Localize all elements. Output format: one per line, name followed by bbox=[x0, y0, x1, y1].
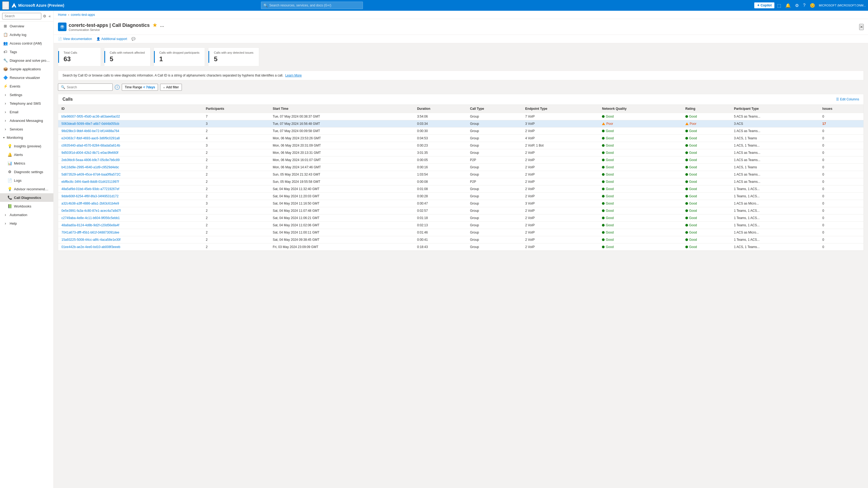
sidebar-item-alerts[interactable]: 🔔 Alerts bbox=[0, 150, 53, 159]
call-id-link[interactable]: 9d503f1d-d004-42b2-8b71-e0ac9fe660f bbox=[61, 151, 118, 154]
edit-columns-button[interactable]: ☰ Edit Columns bbox=[836, 97, 859, 101]
call-id-link[interactable]: 7041a673-dfff-45b1-b61f-048873091dee bbox=[61, 231, 119, 234]
table-row[interactable]: 5063dea8-5099-48e7-a6b7-0d44b055cb 3 Tue… bbox=[58, 120, 863, 127]
table-row[interactable]: 7041a673-dfff-45b1-b61f-048873091dee 2 S… bbox=[58, 229, 863, 236]
hamburger-menu[interactable]: ☰ bbox=[2, 1, 9, 10]
sidebar-item-activity-log[interactable]: 📋 Activity log bbox=[0, 30, 53, 39]
nav-icon-settings[interactable]: ⚙ bbox=[794, 1, 800, 10]
sidebar-item-workbooks[interactable]: 📗 Workbooks bbox=[0, 202, 53, 210]
sidebar-item-overview[interactable]: ⊞ Overview bbox=[0, 22, 53, 30]
global-search[interactable]: 🔍 bbox=[261, 2, 363, 9]
table-row[interactable]: 0e5e3991-fa3a-4c80-87e1-acec4a7a9d7f 2 S… bbox=[58, 207, 863, 214]
close-button[interactable]: ✕ bbox=[859, 24, 864, 30]
cell-id[interactable]: c2749aba-4e8e-4c11-b604-9f056c5ebb1 bbox=[58, 214, 203, 222]
call-id-link[interactable]: 48a8ad0a-8124-4d8b-9d2f-c20d56e8a4f bbox=[61, 223, 119, 227]
table-row[interactable]: b5e96007-5f05-45d0-ac36-a63aee6ac02 7 Tu… bbox=[58, 113, 863, 120]
nav-icon-help[interactable]: ? bbox=[802, 1, 807, 9]
additional-support-button[interactable]: 👤 Additional support bbox=[96, 37, 127, 41]
call-id-link[interactable]: e24363c7-fbbf-4693-aac6-3d6f9c0291a8 bbox=[61, 136, 120, 140]
table-row[interactable]: 48a5af9d-01bd-45eb-93dc-a77219267ef 2 Sa… bbox=[58, 185, 863, 193]
more-options[interactable]: … bbox=[160, 23, 164, 28]
sidebar-item-insights[interactable]: 💡 Insights (preview) bbox=[0, 142, 53, 150]
cell-id[interactable]: 9dde606f-6254-4f6f-8fa3-34f49531d172 bbox=[58, 193, 203, 200]
table-row[interactable]: ebffbc8c-34f4-4ae8-8dd8-01d41511997f 2 S… bbox=[58, 178, 863, 185]
cell-id[interactable]: ebffbc8c-34f4-4ae8-8dd8-01d41511997f bbox=[58, 178, 203, 185]
sidebar-item-email[interactable]: › Email bbox=[0, 108, 53, 116]
cell-id[interactable]: 5063dea8-5099-48e7-a6b7-0d44b055cb bbox=[58, 120, 203, 127]
table-row[interactable]: e24363c7-fbbf-4693-aac6-3d6f9c0291a8 4 M… bbox=[58, 135, 863, 142]
table-row[interactable]: 9dde606f-6254-4f6f-8fa3-34f49531d172 2 S… bbox=[58, 193, 863, 200]
sidebar-item-diagnostic-settings[interactable]: ⚙ Diagnostic settings bbox=[0, 168, 53, 176]
cell-id[interactable]: 7041a673-dfff-45b1-b61f-048873091dee bbox=[58, 229, 203, 236]
call-id-link[interactable]: b4116d9e-2995-4640-a1d9-c9529d4ebc bbox=[61, 165, 119, 169]
sidebar-item-advanced-messaging[interactable]: › Advanced Messaging bbox=[0, 116, 53, 125]
monitoring-group-header[interactable]: ▾ Monitoring bbox=[0, 134, 53, 142]
add-filter-button[interactable]: ⬦ Add filter bbox=[160, 84, 182, 91]
table-row[interactable]: c0635440-afad-4570-8284-68ada0a614b 3 Mo… bbox=[58, 142, 863, 149]
learn-more-link[interactable]: Learn More bbox=[285, 74, 302, 77]
call-id-link[interactable]: b5e96007-5f05-45d0-ac36-a63aee6ac02 bbox=[61, 115, 120, 118]
sidebar-item-logs[interactable]: 📄 Logs bbox=[0, 176, 53, 185]
breadcrumb-home[interactable]: Home bbox=[58, 13, 66, 17]
sidebar-item-sample-apps[interactable]: 📦 Sample applications bbox=[0, 65, 53, 73]
table-row[interactable]: 9d503f1d-d004-42b2-8b71-e0ac9fe660f 2 Mo… bbox=[58, 149, 863, 156]
cell-id[interactable]: b4116d9e-2995-4640-a1d9-c9529d4ebc bbox=[58, 164, 203, 171]
sidebar-collapse-icon[interactable]: « bbox=[48, 13, 51, 19]
call-id-link[interactable]: 5d873529-a409-45ce-87d4-baa0f9a572C bbox=[61, 173, 121, 176]
cell-id[interactable]: c0635440-afad-4570-8284-68ada0a614b bbox=[58, 142, 203, 149]
cell-id[interactable]: 01ee442b-ae2e-4ee0-bd10-ab008f3eeeb bbox=[58, 243, 203, 251]
sidebar-item-events[interactable]: ⚡ Events bbox=[0, 82, 53, 90]
cell-id[interactable]: 5d873529-a409-45ce-87d4-baa0f9a572C bbox=[58, 171, 203, 178]
cell-id[interactable]: 48a5af9d-01bd-45eb-93dc-a77219267ef bbox=[58, 185, 203, 193]
sidebar-item-help[interactable]: › Help bbox=[0, 219, 53, 228]
breadcrumb-resource[interactable]: corertc-test-apps bbox=[71, 13, 95, 17]
sidebar-settings-icon[interactable]: ⚙ bbox=[42, 13, 47, 19]
call-id-link[interactable]: 48a5af9d-01bd-45eb-93dc-a77219267ef bbox=[61, 187, 119, 191]
sidebar-item-advisor[interactable]: 💡 Advisor recommendations bbox=[0, 185, 53, 193]
cell-id[interactable]: 0e5e3991-fa3a-4c80-87e1-acec4a7a9d7f bbox=[58, 207, 203, 214]
sidebar-item-call-diagnostics[interactable]: 📞 Call Diagnostics bbox=[0, 193, 53, 202]
call-id-link[interactable]: 15a93225-5008-44cc-a8fc-4aca58e1e30f bbox=[61, 238, 120, 241]
nav-icon-cloud[interactable]: ⬚ bbox=[775, 1, 783, 10]
cell-id[interactable]: 48a8ad0a-8124-4d8b-9d2f-c20d56e8a4f bbox=[58, 222, 203, 229]
call-id-link[interactable]: a32c4b38-a3ff-4886-a8a1-2b63c61b4e9 bbox=[61, 202, 119, 205]
call-id-link[interactable]: ebffbc8c-34f4-4ae8-8dd8-01d41511997f bbox=[61, 180, 119, 183]
call-id-link[interactable]: 98d28bc3-9bbf-4b60-be72-bf14488a764 bbox=[61, 129, 119, 133]
call-id-link[interactable]: c2749aba-4e8e-4c11-b604-9f056c5ebb1 bbox=[61, 216, 120, 220]
call-id-link[interactable]: 9dde606f-6254-4f6f-8fa3-34f49531d172 bbox=[61, 194, 119, 198]
sidebar-item-diagnose[interactable]: 🔧 Diagnose and solve problems bbox=[0, 56, 53, 65]
sidebar-item-settings[interactable]: › Settings bbox=[0, 90, 53, 99]
search-info-icon[interactable]: i bbox=[115, 85, 120, 90]
cell-id[interactable]: b5e96007-5f05-45d0-ac36-a63aee6ac02 bbox=[58, 113, 203, 120]
favorite-star[interactable]: ★ bbox=[153, 23, 157, 28]
copilot-button[interactable]: ✦ Copilot bbox=[754, 2, 774, 8]
nav-icon-feedback[interactable]: 😊 bbox=[808, 1, 817, 10]
sidebar-search-input[interactable] bbox=[2, 13, 41, 19]
search-input[interactable] bbox=[67, 85, 110, 89]
cell-id[interactable]: 98d28bc3-9bbf-4b60-be72-bf14488a764 bbox=[58, 127, 203, 135]
sidebar-item-resource-visualizer[interactable]: 🔷 Resource visualizer bbox=[0, 73, 53, 82]
feedback-button[interactable]: 💬 bbox=[131, 37, 135, 41]
table-row[interactable]: 98d28bc3-9bbf-4b60-be72-bf14488a764 2 Tu… bbox=[58, 127, 863, 135]
table-row[interactable]: 15a93225-5008-44cc-a8fc-4aca58e1e30f 2 S… bbox=[58, 236, 863, 243]
call-id-link[interactable]: 01ee442b-ae2e-4ee0-bd10-ab008f3eeeb bbox=[61, 245, 120, 249]
table-row[interactable]: 2eb3fdc8-5eaa-4806-b9c7-05c8e7b6c89 2 Mo… bbox=[58, 156, 863, 164]
cell-id[interactable]: 2eb3fdc8-5eaa-4806-b9c7-05c8e7b6c89 bbox=[58, 156, 203, 164]
sidebar-item-access-control[interactable]: 👥 Access control (IAM) bbox=[0, 39, 53, 48]
sidebar-item-tags[interactable]: 🏷 Tags bbox=[0, 48, 53, 56]
call-id-link[interactable]: 2eb3fdc8-5eaa-4806-b9c7-05c8e7b6c89 bbox=[61, 158, 120, 162]
global-search-input[interactable] bbox=[269, 3, 361, 7]
cell-id[interactable]: 9d503f1d-d004-42b2-8b71-e0ac9fe660f bbox=[58, 149, 203, 156]
table-row[interactable]: a32c4b38-a3ff-4886-a8a1-2b63c61b4e9 3 Sa… bbox=[58, 200, 863, 207]
sidebar-item-services[interactable]: › Services bbox=[0, 125, 53, 134]
sidebar-item-telephony[interactable]: › Telephony and SMS bbox=[0, 99, 53, 108]
nav-icon-notifications[interactable]: 🔔 bbox=[784, 1, 793, 10]
table-row[interactable]: 01ee442b-ae2e-4ee0-bd10-ab008f3eeeb 2 Fr… bbox=[58, 243, 863, 251]
cell-id[interactable]: a32c4b38-a3ff-4886-a8a1-2b63c61b4e9 bbox=[58, 200, 203, 207]
table-row[interactable]: b4116d9e-2995-4640-a1d9-c9529d4ebc 2 Mon… bbox=[58, 164, 863, 171]
table-row[interactable]: 5d873529-a409-45ce-87d4-baa0f9a572C 2 Su… bbox=[58, 171, 863, 178]
sidebar-item-automation[interactable]: › Automation bbox=[0, 210, 53, 219]
view-docs-button[interactable]: 📄 View documentation bbox=[58, 37, 92, 41]
table-row[interactable]: c2749aba-4e8e-4c11-b604-9f056c5ebb1 2 Sa… bbox=[58, 214, 863, 222]
call-id-link[interactable]: c0635440-afad-4570-8284-68ada0a614b bbox=[61, 144, 120, 147]
